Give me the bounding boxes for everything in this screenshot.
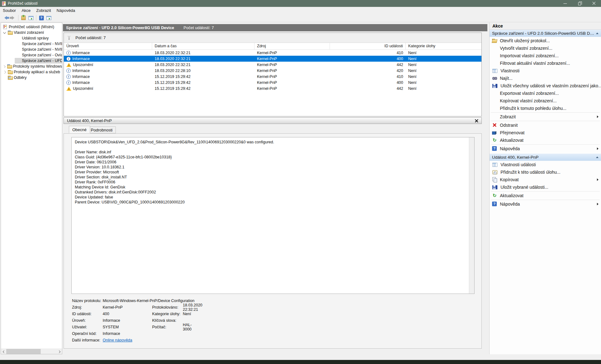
collapse-icon[interactable] — [596, 156, 598, 158]
action-otevrit-ulozeny-protokol[interactable]: Otevřít uložený protokol... — [490, 37, 601, 44]
online-help-link[interactable]: Online nápověda — [103, 338, 159, 342]
restore-button[interactable] — [572, 0, 587, 7]
save-icon — [492, 185, 497, 189]
scroll-left-icon — [3, 350, 5, 353]
action-ulozit-vybrane-udalosti[interactable]: Uložit vybrané události... — [490, 183, 601, 191]
actions-group-view[interactable]: Správce zařízení - UFD 2.0 Silicon-Power… — [490, 30, 601, 37]
menu-napoveda[interactable]: Nápověda — [54, 8, 78, 13]
column-header-datetime[interactable]: Datum a čas — [152, 43, 254, 49]
action-prejmenovat[interactable]: Přejmenovat — [490, 129, 601, 136]
view-title: Správce zařízení - UFD 2.0 Silicon-Power… — [66, 25, 174, 30]
action-filtrovat-aktualni-zobrazeni[interactable]: Filtrovat aktuální vlastní zobrazení... — [490, 59, 601, 67]
column-header-event-id[interactable]: ID události — [330, 43, 406, 49]
properties-icon — [492, 69, 497, 73]
action-najit[interactable]: Najít... — [490, 74, 601, 82]
filter-summary-bar[interactable]: Počet událostí: 7 — [64, 33, 481, 43]
action-zobrazit[interactable]: Zobrazit — [490, 113, 601, 120]
forward-button[interactable] — [9, 14, 17, 21]
submenu-arrow-icon — [597, 203, 598, 205]
event-row[interactable]: iInformace 15.12.2019 15:29:42 Kernel-Pn… — [64, 74, 481, 79]
action-odstranit[interactable]: Odstranit — [490, 121, 601, 129]
help-icon — [39, 16, 44, 20]
find-icon — [492, 76, 497, 81]
tree-item-udalosti-spravy[interactable]: Události správy — [1, 35, 62, 41]
action-napoveda-udalost[interactable]: Nápověda — [490, 200, 601, 208]
tree-item-vlastni-zobrazeni[interactable]: Vlastní zobrazení — [1, 30, 62, 35]
action-vlastnosti[interactable]: Vlastnosti — [490, 67, 601, 74]
column-header-source[interactable]: Zdroj — [254, 43, 330, 49]
event-row[interactable]: Upozornění 18.03.2020 22:32:21 Kernel-Pn… — [64, 62, 481, 68]
action-pridruzit-k-pohledu-ulohu[interactable]: Přidružit k tomuto pohledu úlohu... — [490, 105, 601, 112]
action-vytvorit-vlastni-zobrazeni[interactable]: Vytvořit vlastní zobrazení... — [490, 44, 601, 52]
close-icon — [592, 2, 596, 5]
open-saved-log-icon — [21, 16, 26, 20]
actions-separator — [491, 144, 600, 145]
message-scrollbar[interactable] — [469, 137, 474, 294]
tab-podrobnosti[interactable]: Podrobnosti — [87, 126, 116, 133]
action-aktualizovat[interactable]: Aktualizovat — [490, 136, 601, 144]
action-ulozit-vsechny-udalosti[interactable]: Uložit všechny události ve vlastním zobr… — [490, 82, 601, 90]
title-bar: Prohlížeč událostí — [0, 0, 601, 7]
information-icon: i — [66, 57, 71, 61]
view-header-bar: Správce zařízení - UFD 2.0 Silicon-Power… — [63, 24, 487, 31]
action-napoveda[interactable]: Nápověda — [490, 145, 601, 152]
event-row[interactable]: iInformace 18.03.2020 22:32:21 Kernel-Pn… — [64, 50, 481, 56]
actions-group-event[interactable]: Událost 400, Kernel-PnP — [490, 154, 601, 161]
event-row-selected[interactable]: iInformace 18.03.2020 22:32:21 Kernel-Pn… — [64, 56, 481, 62]
action-kopirovat[interactable]: Kopírovat — [490, 176, 601, 183]
chevron-collapsed-icon[interactable] — [3, 65, 5, 68]
open-folder-icon — [492, 38, 497, 43]
tree-item-spravce-ovladace[interactable]: Správce zařízení - Ovlada — [1, 52, 62, 58]
event-row[interactable]: Upozornění 15.12.2019 15:29:42 Kernel-Pn… — [64, 85, 481, 91]
console-tree-toggle-button[interactable] — [27, 14, 35, 21]
preview-close-icon[interactable] — [475, 119, 478, 122]
column-header-level[interactable]: Úroveň — [64, 43, 152, 49]
minimize-button[interactable] — [558, 0, 572, 7]
chevron-expanded-icon[interactable] — [3, 31, 6, 34]
tree-root[interactable]: Prohlížeč událostí (Místní) — [1, 24, 62, 30]
toolbar-separator — [18, 15, 18, 21]
menu-zobrazit[interactable]: Zobrazit — [33, 8, 54, 13]
collapse-icon[interactable] — [596, 33, 598, 34]
menu-soubor[interactable]: Soubor — [0, 8, 19, 13]
tree-item-spravce-ufd[interactable]: Správce zařízení - UFD 2.0 — [1, 58, 62, 64]
log-name-label: Název protokolu: — [72, 299, 102, 303]
tree-item-spravce-nvidia-2[interactable]: Správce zařízení - NVIDIA — [1, 47, 62, 52]
save-icon — [492, 84, 497, 88]
filter-icon — [67, 36, 71, 40]
help-button[interactable] — [38, 14, 45, 21]
action-importovat-vlastni-zobrazeni[interactable]: Importovat vlastní zobrazení... — [490, 52, 601, 59]
event-viewer-icon — [3, 25, 7, 29]
tree-item-odbery[interactable]: Odběry — [1, 75, 62, 80]
actions-separator — [491, 191, 600, 192]
action-pridruzit-k-udalosti-ulohu[interactable]: Přidružit k této události úlohu... — [490, 168, 601, 176]
column-header-task-category[interactable]: Kategorie úlohy — [406, 43, 481, 49]
action-vlastnosti-udalosti[interactable]: Vlastnosti události — [490, 161, 601, 168]
back-button[interactable] — [2, 14, 9, 21]
tab-obecne[interactable]: Obecné — [69, 126, 90, 133]
preview-pane-header[interactable]: Událost 400, Kernel-PnP — [64, 117, 482, 124]
refresh-icon — [492, 193, 497, 198]
tree-item-protokoly-systemu-windows[interactable]: Protokoly systému Windows — [1, 64, 62, 69]
event-row[interactable]: iInformace 18.03.2020 22:28:10 Kernel-Pn… — [64, 68, 481, 74]
event-row[interactable]: iInformace 15.12.2019 15:29:42 Kernel-Pn… — [64, 79, 481, 85]
menu-akce[interactable]: Akce — [19, 8, 33, 13]
event-id-label: ID události: — [72, 312, 102, 316]
source-label: Zdroj: — [72, 305, 102, 310]
tree-horizontal-scrollbar[interactable] — [1, 349, 62, 354]
open-saved-log-button[interactable] — [20, 14, 27, 21]
action-aktualizovat-udalost[interactable]: Aktualizovat — [490, 192, 601, 199]
console-tree-icon — [28, 16, 33, 20]
tree-item-spravce-nvidia-1[interactable]: Správce zařízení - NVIDIA — [1, 41, 62, 47]
event-message[interactable]: Device USBSTOR\Disk&Ven_UFD_2.0&Prod_Sil… — [71, 137, 475, 294]
scrollbar-thumb[interactable] — [6, 349, 41, 354]
chevron-collapsed-icon[interactable] — [3, 70, 6, 74]
scroll-left-button[interactable] — [1, 349, 6, 354]
event-id-value: 400 — [103, 312, 159, 316]
action-exportovat-vlastni-zobrazeni[interactable]: Exportovat vlastní zobrazení... — [490, 90, 601, 97]
tree-item-protokoly-aplikaci[interactable]: Protokoly aplikací a služeb — [1, 69, 62, 75]
action-pane-toggle-button[interactable] — [45, 14, 53, 21]
scroll-right-button[interactable] — [57, 349, 62, 354]
close-button[interactable] — [587, 0, 601, 7]
action-kopirovat-vlastni-zobrazeni[interactable]: Kopírovat vlastní zobrazení... — [490, 97, 601, 105]
